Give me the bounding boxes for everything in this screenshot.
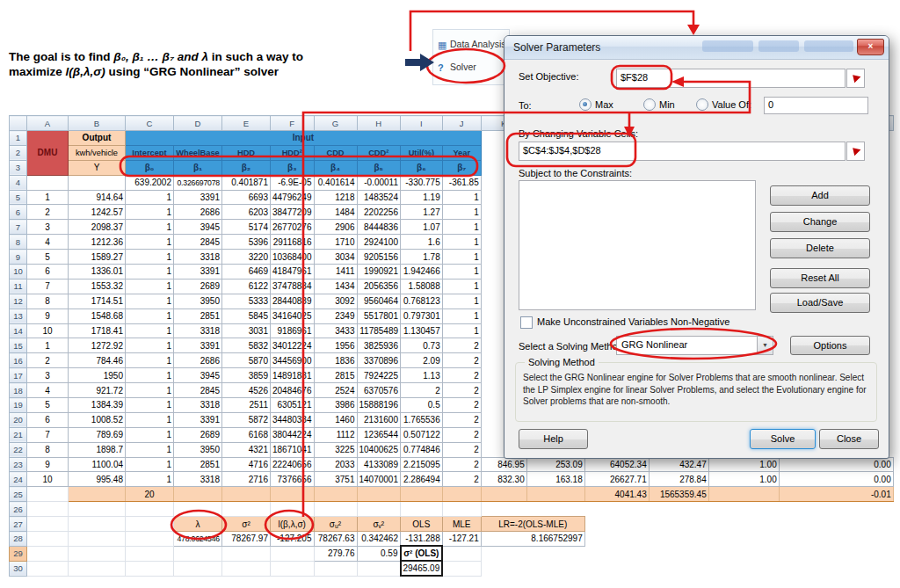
- cell-J19[interactable]: 2: [442, 398, 481, 413]
- cell-J7[interactable]: 1: [442, 220, 481, 235]
- cell-C22[interactable]: 1: [126, 442, 174, 457]
- cell-O30[interactable]: [708, 561, 779, 576]
- load-save-button[interactable]: Load/Save: [770, 293, 870, 313]
- cell-F18[interactable]: 20484676: [271, 383, 315, 398]
- cell-B17[interactable]: 1950: [69, 368, 126, 383]
- cell-E29[interactable]: [222, 546, 271, 561]
- col-header-H[interactable]: H: [357, 116, 401, 131]
- row-header-17[interactable]: 17: [10, 368, 27, 383]
- row-header-4[interactable]: 4: [10, 175, 27, 190]
- cell-D19[interactable]: 3318: [174, 398, 222, 413]
- cell-I18[interactable]: 2: [401, 383, 443, 398]
- help-button[interactable]: Help: [519, 429, 588, 449]
- close-button[interactable]: Close: [819, 429, 879, 449]
- cell-E30[interactable]: [222, 561, 271, 576]
- cell-A5[interactable]: 1: [27, 190, 69, 205]
- cell-D25[interactable]: [174, 487, 222, 502]
- cell-F4[interactable]: -6.9E-05: [271, 175, 315, 190]
- cell-E14[interactable]: 3031: [222, 323, 271, 338]
- cell-J13[interactable]: 1: [442, 309, 481, 323]
- cell-C6[interactable]: 1: [126, 205, 174, 220]
- cell-D24[interactable]: 3318: [174, 472, 222, 487]
- cell-H7[interactable]: 8444836: [357, 220, 401, 235]
- col-header-C[interactable]: C: [126, 116, 174, 131]
- cell-C18[interactable]: 1: [126, 383, 174, 398]
- reset-all-button[interactable]: Reset All: [770, 268, 870, 288]
- col-header-J[interactable]: J: [442, 116, 481, 131]
- cell-G25[interactable]: [314, 487, 357, 502]
- cell-I7[interactable]: 1.07: [401, 220, 443, 235]
- cell-E28[interactable]: 78267.97: [222, 532, 271, 547]
- cell-I28[interactable]: -131.288: [401, 532, 443, 547]
- radio-max-circle[interactable]: [579, 98, 592, 111]
- chevron-down-icon[interactable]: ▼: [757, 337, 773, 354]
- cell-B1[interactable]: Output: [69, 131, 126, 146]
- cell-F25[interactable]: [271, 487, 315, 502]
- solving-method-dropdown[interactable]: GRG Nonlinear ▼: [616, 336, 773, 355]
- cell-H24[interactable]: 14070001: [357, 472, 401, 487]
- cell-G17[interactable]: 2815: [314, 368, 357, 383]
- cell-G10[interactable]: 1411: [314, 265, 357, 279]
- cell-I30[interactable]: 29465.09: [401, 561, 443, 576]
- cell-O25[interactable]: [708, 487, 779, 502]
- cell-G5[interactable]: 1218: [314, 190, 357, 205]
- cell-H9[interactable]: 9205156: [357, 250, 401, 265]
- cell-D10[interactable]: 3391: [174, 265, 222, 279]
- cell-J12[interactable]: 1: [442, 294, 481, 309]
- cell-I29[interactable]: σ² (OLS): [401, 546, 443, 561]
- cell-A14[interactable]: 10: [27, 323, 69, 338]
- options-button[interactable]: Options: [790, 336, 870, 355]
- cell-D30[interactable]: [174, 561, 222, 576]
- cell-F7[interactable]: 26770276: [271, 220, 315, 235]
- cell-E13[interactable]: 5845: [222, 309, 271, 323]
- delete-button[interactable]: Delete: [770, 238, 870, 258]
- cell-E5[interactable]: 6693: [222, 190, 271, 205]
- cell-C21[interactable]: 1: [126, 427, 174, 442]
- cell-A8[interactable]: 4: [27, 235, 69, 250]
- cell-I5[interactable]: 1.19: [401, 190, 443, 205]
- cell-J20[interactable]: 2: [442, 412, 481, 427]
- cell-H28[interactable]: 0.342462: [357, 532, 401, 547]
- cell-L29[interactable]: [526, 546, 584, 561]
- cell-B11[interactable]: 1553.32: [69, 279, 126, 294]
- cell-D12[interactable]: 3950: [174, 294, 222, 309]
- cell-M28[interactable]: [584, 532, 649, 547]
- cell-D11[interactable]: 2689: [174, 279, 222, 294]
- cell-N24[interactable]: 278.84: [649, 472, 708, 487]
- cell-B15[interactable]: 1272.92: [69, 338, 126, 353]
- cell-L24[interactable]: 163.18: [526, 472, 584, 487]
- cell-H29[interactable]: 0.59: [357, 546, 401, 561]
- cell-G19[interactable]: 3986: [314, 398, 357, 413]
- cell-D17[interactable]: 3945: [174, 368, 222, 383]
- cell-B2[interactable]: kwh/vehicle: [69, 145, 126, 160]
- cell-G24[interactable]: 3751: [314, 472, 357, 487]
- cell-J30[interactable]: [442, 561, 481, 576]
- cell-D4[interactable]: 0.326697078: [174, 175, 222, 190]
- row-header-3[interactable]: 3: [10, 160, 27, 175]
- col-header-F[interactable]: F: [271, 116, 315, 131]
- value-of-input[interactable]: 0: [764, 97, 868, 114]
- cell-E26[interactable]: [222, 502, 271, 517]
- cell-E3[interactable]: β₂: [222, 160, 271, 175]
- cell-B3[interactable]: Y: [69, 160, 126, 175]
- cell-L25[interactable]: [526, 487, 584, 502]
- cell-B10[interactable]: 1336.01: [69, 265, 126, 279]
- cell-J16[interactable]: 2: [442, 353, 481, 368]
- col-header-D[interactable]: D: [174, 116, 222, 131]
- cell-J11[interactable]: 1: [442, 279, 481, 294]
- cell-B30[interactable]: [69, 561, 126, 576]
- cell-B24[interactable]: 995.48: [69, 472, 126, 487]
- cell-A1[interactable]: [27, 131, 69, 146]
- cell-J10[interactable]: 1: [442, 265, 481, 279]
- cell-A9[interactable]: 5: [27, 250, 69, 265]
- cell-O24[interactable]: 1.00: [708, 472, 779, 487]
- cell-N25[interactable]: 1565359.45: [649, 487, 708, 502]
- cell-F22[interactable]: 18671041: [271, 442, 315, 457]
- objective-range-select-icon[interactable]: [846, 69, 865, 88]
- cell-I10[interactable]: 1.942466: [401, 265, 443, 279]
- cell-C9[interactable]: 1: [126, 250, 174, 265]
- cell-D3[interactable]: β₁: [174, 160, 222, 175]
- cell-M27[interactable]: [584, 517, 649, 532]
- cell-M23[interactable]: 64052.34: [584, 457, 649, 472]
- cell-B8[interactable]: 1212.36: [69, 235, 126, 250]
